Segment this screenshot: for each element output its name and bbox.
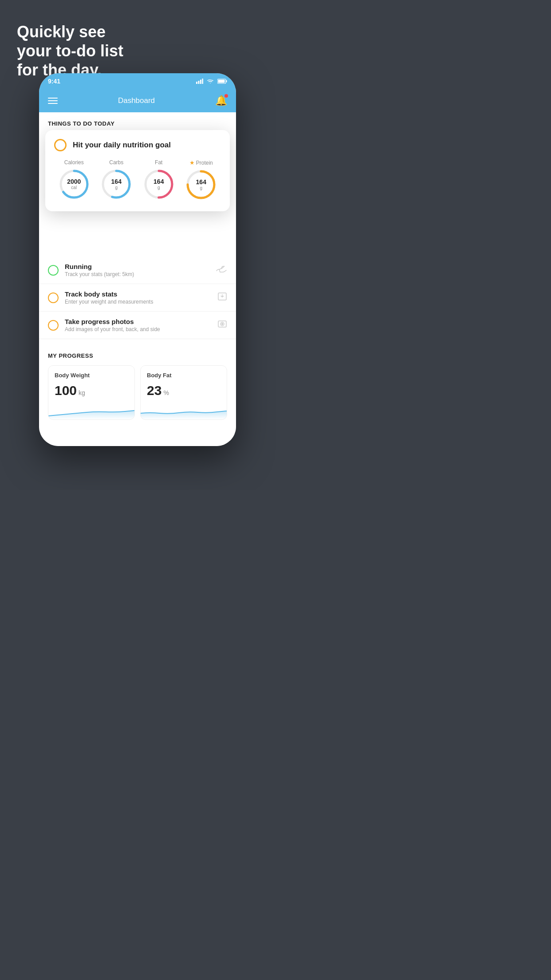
body-fat-unit: % — [163, 389, 169, 396]
phone-frame: 9:41 D — [39, 73, 236, 446]
things-to-do-header: THINGS TO DO TODAY — [39, 112, 236, 132]
fat-ring: 164 g — [143, 168, 175, 200]
protein-label: ★ Protein — [189, 159, 213, 166]
nutrition-protein: ★ Protein 164 g — [185, 159, 217, 201]
body-weight-title: Body Weight — [55, 372, 128, 379]
notification-dot — [224, 94, 228, 98]
progress-cards: Body Weight 100 kg — [48, 365, 227, 420]
running-text: Running Track your stats (target: 5km) — [65, 263, 209, 277]
calories-ring: 2000 cal — [58, 168, 90, 200]
running-icon — [216, 265, 227, 276]
body-stats-title: Track body stats — [65, 290, 211, 298]
photos-title: Take progress photos — [65, 318, 211, 325]
running-title: Running — [65, 263, 209, 270]
body-fat-title: Body Fat — [147, 372, 220, 379]
svg-rect-0 — [196, 82, 197, 84]
body-weight-card: Body Weight 100 kg — [48, 365, 135, 420]
nutrition-carbs: Carbs 164 g — [100, 159, 132, 201]
body-stats-text: Track body stats Enter your weight and m… — [65, 290, 211, 305]
body-fat-graph — [141, 403, 227, 419]
status-bar: 9:41 — [39, 73, 236, 89]
photos-check-circle[interactable] — [48, 320, 59, 331]
status-icons — [196, 79, 227, 84]
protein-ring: 164 g — [185, 169, 217, 201]
hero-text: Quickly see your to-do list for the day. — [17, 22, 123, 80]
body-fat-value: 23 — [147, 383, 161, 398]
progress-header: MY PROGRESS — [48, 352, 227, 359]
running-check-circle[interactable] — [48, 265, 59, 276]
body-stats-check-circle[interactable] — [48, 292, 59, 303]
todo-running[interactable]: Running Track your stats (target: 5km) — [39, 257, 236, 284]
todo-body-stats[interactable]: Track body stats Enter your weight and m… — [39, 284, 236, 312]
carbs-label: Carbs — [109, 159, 123, 166]
main-content: THINGS TO DO TODAY Hit your daily nutrit… — [39, 112, 236, 446]
photos-text: Take progress photos Add images of your … — [65, 318, 211, 332]
status-time: 9:41 — [48, 78, 60, 85]
svg-rect-1 — [198, 81, 200, 84]
svg-point-19 — [222, 324, 223, 325]
body-fat-card: Body Fat 23 % — [140, 365, 227, 420]
nutrition-card: Hit your daily nutrition goal Calories — [45, 130, 230, 211]
svg-rect-5 — [226, 80, 227, 83]
todo-photos[interactable]: Take progress photos Add images of your … — [39, 312, 236, 339]
svg-rect-6 — [218, 80, 225, 83]
carbs-ring: 164 g — [100, 168, 132, 200]
photos-subtitle: Add images of your front, back, and side — [65, 326, 211, 332]
photo-icon — [217, 319, 227, 331]
todo-list: Running Track your stats (target: 5km) T… — [39, 257, 236, 339]
nav-bar: Dashboard 🔔 — [39, 89, 236, 112]
calories-label: Calories — [64, 159, 84, 166]
fat-label: Fat — [155, 159, 162, 166]
body-weight-graph — [48, 403, 134, 419]
star-icon: ★ — [189, 159, 195, 166]
menu-button[interactable] — [48, 98, 58, 104]
nutrition-calories: Calories 2000 cal — [58, 159, 90, 201]
scale-icon — [217, 292, 227, 304]
nutrition-check-circle[interactable] — [54, 139, 67, 151]
svg-rect-3 — [202, 79, 204, 84]
svg-rect-2 — [200, 80, 201, 84]
body-weight-value: 100 — [55, 383, 77, 398]
progress-section: MY PROGRESS Body Weight 100 kg — [39, 344, 236, 420]
nav-title: Dashboard — [118, 96, 155, 105]
notification-bell-button[interactable]: 🔔 — [215, 95, 227, 107]
body-stats-subtitle: Enter your weight and measurements — [65, 299, 211, 305]
nutrition-grid: Calories 2000 cal — [54, 159, 221, 201]
nutrition-card-title: Hit your daily nutrition goal — [73, 141, 171, 150]
nutrition-fat: Fat 164 g — [143, 159, 175, 201]
body-weight-unit: kg — [79, 389, 85, 396]
running-subtitle: Track your stats (target: 5km) — [65, 271, 209, 277]
